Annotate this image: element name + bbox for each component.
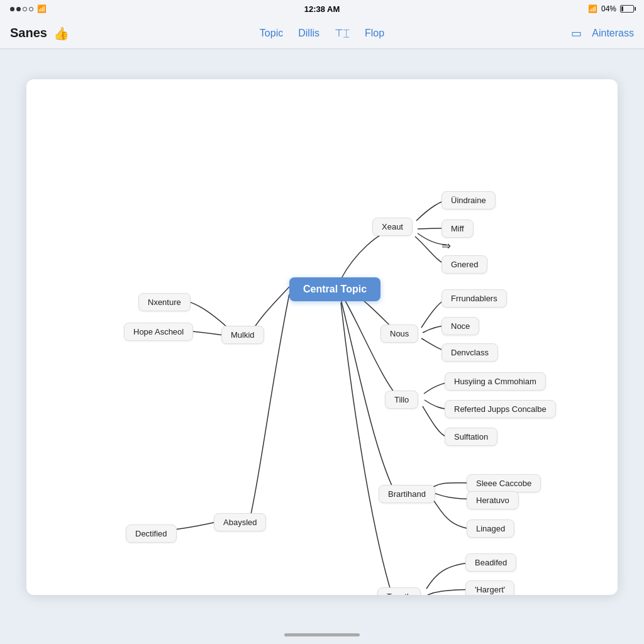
battery-percent: 04%: [601, 4, 616, 13]
home-indicator: [284, 633, 360, 636]
share-icon[interactable]: 👍: [53, 26, 69, 41]
sulftation-node[interactable]: Sulftation: [445, 428, 497, 446]
dot3: [23, 7, 27, 11]
status-right: 📶 04%: [588, 4, 634, 13]
battery-fill: [621, 6, 623, 11]
tab-dillis[interactable]: Dillis: [298, 28, 319, 39]
sleee-caccobe-node[interactable]: Sleee Caccobe: [467, 474, 541, 492]
dot2: [16, 7, 21, 11]
mulkid-node[interactable]: Mulkid: [221, 326, 264, 344]
frrundablers-node[interactable]: Frrundablers: [441, 289, 507, 308]
linaged-node[interactable]: Linaged: [467, 519, 514, 538]
beadifed-node[interactable]: Beadifed: [465, 553, 516, 572]
nav-bar: Sanes 👍 Topic Dillis ⊤⌶ Flop ▭ Ainterass: [0, 18, 644, 49]
status-bar: 📶 12:38 AM 📶 04%: [0, 0, 644, 18]
signal-dots: [10, 7, 33, 11]
ainterass-button[interactable]: Ainterass: [592, 28, 634, 39]
referted-node[interactable]: Referted Jupps Concalbe: [445, 400, 556, 418]
xeaut-node[interactable]: Xeaut: [372, 218, 413, 236]
tillo-node[interactable]: Tillo: [385, 391, 418, 409]
denvclass-node[interactable]: Denvclass: [441, 343, 498, 362]
expand-icon[interactable]: ▭: [571, 26, 582, 40]
nxenture-node[interactable]: Nxenture: [138, 293, 191, 311]
central-topic-node[interactable]: Central Topic: [289, 277, 380, 301]
miff-node[interactable]: Miff: [441, 219, 474, 238]
battery-icon: [620, 5, 634, 13]
arrow-icon-node: ⇒: [441, 239, 451, 253]
hope-ascheol-node[interactable]: Hope Ascheol: [124, 323, 193, 341]
hargert-node[interactable]: 'Hargert': [465, 580, 514, 595]
uindraine-node[interactable]: Üindraine: [441, 191, 496, 209]
content-area: Central Topic Xeaut Üindraine Miff ⇒ Gne…: [0, 49, 644, 625]
noce-node[interactable]: Noce: [441, 317, 479, 335]
mindmap-connections: [26, 79, 618, 595]
dot1: [10, 7, 14, 11]
nav-right: ▭ Ainterass: [571, 26, 634, 40]
bottom-bar: [0, 625, 644, 644]
husyiing-node[interactable]: Husyiing a Cmmohiam: [445, 372, 546, 391]
dot4: [29, 7, 33, 11]
nous-node[interactable]: Nous: [380, 325, 418, 343]
wifi-icon-right: 📶: [588, 4, 597, 13]
heratuvo-node[interactable]: Heratuvo: [467, 491, 519, 509]
nav-tabs: Topic Dillis ⊤⌶ Flop: [260, 27, 384, 39]
mindmap-card[interactable]: Central Topic Xeaut Üindraine Miff ⇒ Gne…: [26, 79, 618, 595]
filter-icon[interactable]: ⊤⌶: [335, 27, 350, 39]
brartihand-node[interactable]: Brartihand: [379, 485, 435, 503]
wifi-icon: 📶: [37, 4, 47, 13]
status-time: 12:38 AM: [304, 4, 340, 14]
abaysled-node[interactable]: Abaysled: [214, 513, 266, 531]
status-left: 📶: [10, 4, 47, 13]
dectified-node[interactable]: Dectified: [126, 525, 177, 543]
gnered-node[interactable]: Gnered: [441, 255, 487, 274]
toauth-node[interactable]: Toauth: [377, 587, 421, 595]
tab-topic[interactable]: Topic: [260, 28, 283, 39]
tab-flop[interactable]: Flop: [365, 28, 384, 39]
app-title: Sanes: [10, 26, 47, 40]
